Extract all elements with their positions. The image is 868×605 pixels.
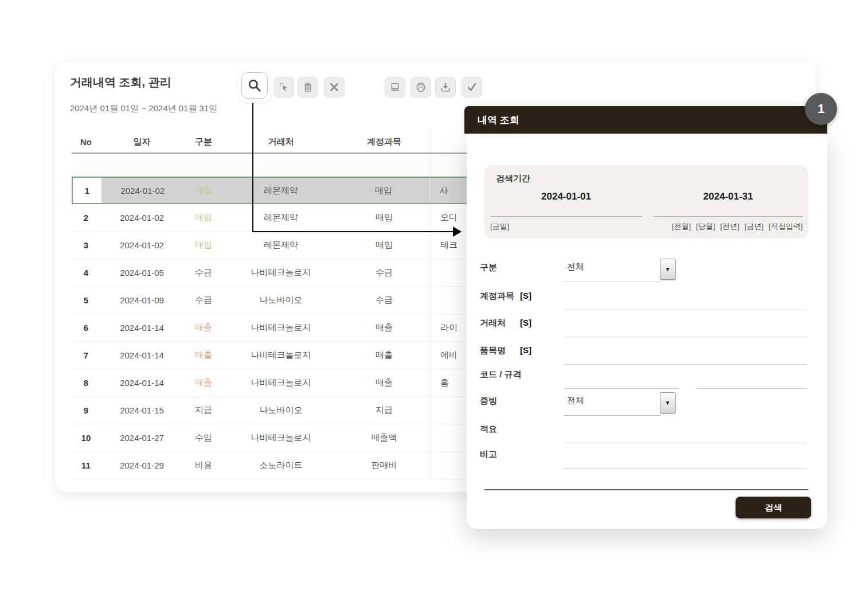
select-value: 전체: [567, 261, 584, 272]
date-cell: 2024-01-02: [100, 204, 183, 231]
search-button[interactable]: [241, 72, 268, 99]
filter-cell: [224, 154, 338, 176]
quick-link[interactable]: [당월]: [696, 222, 715, 231]
row-number-cell: 11: [72, 452, 100, 479]
field-label: 코드 / 규격: [480, 369, 522, 380]
table-row[interactable]: 22024-01-02매입레몬제약매입오디: [72, 204, 499, 232]
field-label: 계정과목: [480, 291, 514, 302]
dropdown-arrow-button[interactable]: ▼: [660, 259, 675, 280]
table-row[interactable]: 62024-01-14매출나비테크놀로지매출라이: [72, 314, 499, 342]
select-row-button[interactable]: [273, 77, 294, 97]
magnifier-icon: [247, 78, 262, 93]
date-to-field[interactable]: 2024-01-31: [654, 191, 803, 202]
type-cell: 매출: [183, 342, 224, 369]
table-row[interactable]: 102024-01-27수입나비테크놀로지매출액: [72, 424, 499, 452]
popup-search-button[interactable]: 검색: [736, 497, 811, 518]
screen-view-button[interactable]: [385, 77, 405, 97]
date-cell: 2024-01-29: [100, 452, 183, 479]
date-cell: 2024-01-05: [100, 259, 183, 286]
field-select[interactable]: 전체▼: [564, 392, 662, 416]
field-input-code[interactable]: [564, 367, 679, 389]
filter-cell: [183, 154, 224, 176]
field-search-tag: [S]: [520, 318, 531, 327]
filter-cell: [100, 154, 183, 176]
account-cell: 지급: [338, 397, 430, 424]
field-input[interactable]: [564, 421, 807, 443]
row-number-cell: 5: [72, 287, 100, 314]
type-cell: 비용: [183, 452, 224, 479]
quick-link[interactable]: [전월]: [672, 222, 691, 231]
quick-links-group: [전월][당월][전년][금년][직접입력]: [667, 221, 803, 232]
table-row[interactable]: 112024-01-29비용소노라이트판매비: [72, 452, 499, 479]
column-header: 일자: [100, 131, 183, 153]
confirm-button[interactable]: [462, 77, 482, 97]
type-cell: 수금: [183, 259, 224, 286]
field-input[interactable]: [564, 343, 807, 365]
table-header-row: No일자구분거래처계정과목: [72, 131, 499, 154]
annotation-arrow-head: [453, 227, 462, 237]
x-icon: [329, 81, 340, 93]
client-cell: 레몬제약: [224, 232, 338, 259]
filter-cell: [72, 154, 100, 176]
field-input[interactable]: [564, 315, 807, 337]
account-cell: 수금: [338, 287, 430, 314]
field-label: 비고: [480, 449, 497, 460]
download-icon: [440, 81, 451, 93]
quick-link-today[interactable]: [금일]: [490, 221, 509, 232]
field-input-spec[interactable]: [696, 367, 807, 389]
delete-button[interactable]: [298, 77, 318, 97]
row-number-cell: 2: [72, 204, 100, 231]
type-cell: 매입: [183, 204, 224, 231]
quick-link[interactable]: [전년]: [720, 222, 739, 231]
table-row[interactable]: 72024-01-14매출나비테크놀로지매출에비: [72, 342, 499, 369]
table-row[interactable]: 82024-01-14매출나비테크놀로지매출홈: [72, 369, 499, 397]
field-input[interactable]: [564, 447, 807, 469]
client-cell: 나비테크놀로지: [224, 342, 338, 369]
field-search-tag: [S]: [520, 345, 531, 355]
client-cell: 나비테크놀로지: [224, 314, 338, 341]
quick-link[interactable]: [직접입력]: [769, 222, 803, 231]
field-label: 구분: [480, 262, 497, 273]
trash-icon: [302, 81, 314, 93]
download-button[interactable]: [435, 77, 456, 97]
printer-icon: [415, 81, 427, 93]
annotation-arrow-vertical-line: [252, 103, 253, 232]
popup-title: 내역 조회: [478, 114, 519, 127]
step-badge: 1: [805, 93, 837, 125]
date-cell: 2024-01-02: [101, 178, 184, 203]
account-cell: 판매비: [338, 452, 430, 479]
row-number-cell: 7: [72, 342, 100, 369]
monitor-icon: [389, 81, 401, 93]
form-field-row: 계정과목[S]: [480, 290, 812, 314]
client-cell: 나노바이오: [224, 397, 338, 424]
type-cell: 매입: [183, 232, 224, 259]
table-row[interactable]: 42024-01-05수금나비테크놀로지수금: [72, 259, 499, 287]
row-number-cell: 9: [72, 397, 100, 424]
date-cell: 2024-01-15: [100, 397, 183, 424]
date-from-field[interactable]: 2024-01-01: [490, 191, 642, 202]
account-cell: 매출: [338, 314, 430, 341]
dropdown-arrow-button[interactable]: ▼: [660, 392, 675, 413]
print-button[interactable]: [410, 77, 431, 97]
client-cell: 나비테크놀로지: [224, 424, 338, 451]
form-field-row: 거래처[S]: [480, 317, 812, 341]
client-cell: 나비테크놀로지: [224, 369, 338, 396]
close-button[interactable]: [324, 77, 345, 97]
field-label: 증빙: [480, 396, 497, 407]
quick-link[interactable]: [금년]: [745, 222, 764, 231]
form-field-row: 증빙전체▼: [480, 395, 812, 419]
form-field-row: 비고: [480, 448, 812, 472]
form-field-row: 코드 / 규격: [480, 368, 812, 392]
date-from-underline: [490, 216, 642, 217]
table-row[interactable]: 32024-01-02매입레몬제약매입테크: [72, 232, 499, 259]
field-search-tag: [S]: [520, 291, 531, 300]
field-input[interactable]: [564, 288, 807, 310]
table-row[interactable]: 52024-01-09수금나노바이오수금: [72, 287, 499, 314]
table-row[interactable]: 12024-01-02매입레몬제약매입사: [72, 177, 499, 204]
table-row[interactable]: 92024-01-15지급나노바이오지급: [72, 397, 499, 424]
type-cell: 매출: [183, 369, 224, 396]
row-number-cell: 4: [72, 259, 100, 286]
field-select[interactable]: 전체▼: [564, 259, 662, 282]
column-header: 구분: [183, 131, 224, 153]
cursor-click-icon: [278, 81, 290, 93]
